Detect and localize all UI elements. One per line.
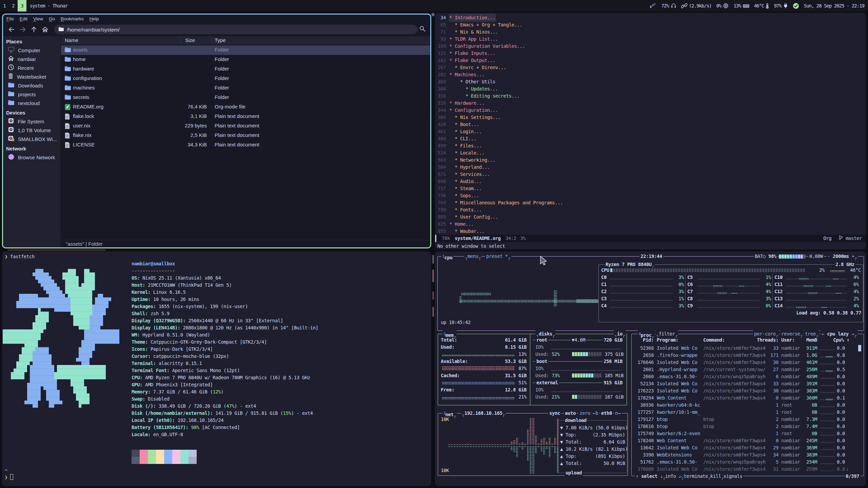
- sidebar-item-nextcloud[interactable]: nextcloud: [3, 99, 61, 107]
- menu-bookmarks[interactable]: Bookmarks: [61, 16, 84, 21]
- menu-edit[interactable]: Edit: [20, 16, 27, 21]
- file-row-configuration[interactable]: configurationFolder: [61, 74, 430, 83]
- text-file-icon: [64, 113, 70, 121]
- search-button[interactable]: [419, 25, 426, 33]
- sidebar-item-file-system[interactable]: File System: [3, 117, 61, 126]
- mem-row-percent: 87%: [435, 365, 527, 372]
- drive-icon: [8, 118, 14, 125]
- file-row-user-nix[interactable]: user.nix229 bytesPlain text document: [61, 121, 430, 131]
- modeline-percent: 3%: [520, 235, 526, 242]
- net-download-column: [500, 444, 502, 445]
- file-row-hardware[interactable]: hardwareFolder: [61, 64, 430, 74]
- sidebar-item-smallbox-wi-[interactable]: SMALLBOX Wi...: [3, 135, 61, 143]
- up-button[interactable]: [29, 25, 38, 34]
- org-heading-text: * Files...: [455, 142, 482, 149]
- emacs-window: 34* Introduction...65* Emacs + Org + Tan…: [435, 13, 866, 249]
- waybar-module-network[interactable]: (2.9kb/s): [681, 3, 712, 8]
- net-upload-column: [448, 446, 450, 447]
- menu-help[interactable]: Help: [90, 16, 99, 21]
- core-percent: 3%: [582, 302, 684, 309]
- file-row-assets[interactable]: assetsFolder: [61, 45, 430, 55]
- update-interval[interactable]: - 2000ms +┌: [826, 253, 858, 260]
- waybar-module-idle-inhibitor[interactable]: zzz: [650, 3, 656, 9]
- home-icon: [8, 56, 14, 63]
- menu-go[interactable]: Go: [49, 16, 55, 21]
- mem-row-percent: 51%: [435, 379, 527, 386]
- proc-scrollbar-thumb[interactable]: [858, 345, 861, 351]
- net-upload-column: [486, 446, 488, 447]
- org-heading-text: * Hardware...: [449, 100, 485, 107]
- cpu-history-graph: [461, 292, 491, 296]
- cpu-panel-title[interactable]: 1cpu: [441, 253, 454, 261]
- svg-text:z: z: [650, 4, 652, 9]
- net-download-column: [516, 438, 518, 445]
- waybar-module-volume[interactable]: 72%: [661, 3, 676, 8]
- proc-header-cpu: Cpu% ↑: [748, 337, 849, 344]
- proc-footer-actions[interactable]: ↑ select ↓┌info ↵┌terminate┌kill┌signals: [635, 473, 743, 480]
- org-heading-line: 93* TLDR App List...: [435, 36, 498, 43]
- menu-view[interactable]: View: [33, 16, 43, 21]
- shell-prompt-cursor[interactable]: ❯: [5, 474, 13, 481]
- net-upload-column: [500, 446, 502, 447]
- proc-pid: 178294: [552, 394, 654, 402]
- waybar-module-clock[interactable]: Sun, 28 Sep 2025 - 22:19: [804, 3, 864, 8]
- file-row-flake-nix[interactable]: flake.nix2,5 KiBPlain text document: [61, 131, 430, 140]
- column-name[interactable]: Name: [65, 37, 78, 43]
- file-type: Plain text document: [215, 132, 259, 138]
- file-row-flake-lock[interactable]: flake.lock3,1 KiBPlain text document: [61, 112, 430, 121]
- waybar-module-battery[interactable]: 97%: [774, 3, 788, 8]
- file-row-secrets[interactable]: secretsFolder: [61, 93, 430, 102]
- file-size: 3,1 KiB: [142, 113, 207, 119]
- net-upload-column: [508, 446, 510, 447]
- sidebar-item-downloads[interactable]: Downloads: [3, 81, 61, 90]
- core-percent: 3%: [669, 295, 771, 302]
- net-scale-top: 10K: [441, 416, 449, 423]
- column-size[interactable]: Size: [185, 37, 195, 43]
- btop-clock: 22:19:44: [639, 253, 663, 260]
- line-number: 282: [435, 71, 446, 78]
- file-row-machines[interactable]: machinesFolder: [61, 83, 430, 93]
- sidebar-item-1-0-tb-volume[interactable]: 1,0 TB Volume: [3, 126, 61, 135]
- file-row-readme-org[interactable]: README.org76,4 KiBOrg-mode file: [61, 102, 430, 112]
- core-percent: 4%: [669, 288, 771, 295]
- waybar-module-cpu[interactable]: 0%: [716, 3, 729, 8]
- column-separator: [181, 37, 181, 44]
- sidebar-item-nambiar[interactable]: nambiar: [3, 55, 61, 63]
- net-upload-column: [511, 446, 513, 451]
- net-upload-column: [478, 446, 480, 447]
- cpu-preset-button[interactable]: preset *┌: [485, 253, 511, 260]
- workspace-1[interactable]: 1: [0, 0, 9, 12]
- net-upload-column: [513, 446, 515, 452]
- sidebar-item-recent[interactable]: Recent: [3, 63, 61, 72]
- waybar-module-memory[interactable]: 13%: [733, 3, 749, 8]
- fastfetch-info-row: Display (Q3279WG5B): 868x488 @ 60 Hz i…: [132, 317, 283, 324]
- org-heading-line: 717* Steam...: [435, 185, 482, 192]
- sidebar-item-projects[interactable]: projects: [3, 90, 61, 99]
- file-row-license[interactable]: LICENSE34,3 KiBPlain text document: [61, 140, 430, 150]
- proc-cpu: 0.0: [743, 387, 845, 394]
- waybar-module-temperature[interactable]: 46°C: [754, 3, 769, 9]
- sidebar-item-computer[interactable]: Computer: [3, 46, 61, 55]
- column-type[interactable]: Type: [215, 37, 226, 43]
- fastfetch-info-row: Kernel: Linux 6.16.5: [132, 289, 186, 296]
- file-row-home[interactable]: homeFolder: [61, 55, 430, 64]
- sidebar-item-browse-network[interactable]: Browse Network: [3, 153, 61, 162]
- mem-row-value: 61.4 GiB: [435, 337, 527, 344]
- menu-file[interactable]: File: [6, 16, 14, 21]
- back-button[interactable]: [7, 25, 16, 34]
- folder-icon: [8, 100, 15, 106]
- workspace-3[interactable]: 3: [18, 0, 26, 12]
- fastfetch-info-row: Local IP (eth0): 192.168.10.165/24: [132, 417, 223, 424]
- waybar-module-systemd-status[interactable]: [793, 3, 799, 9]
- folder-icon: [64, 85, 71, 92]
- net-download-column: [524, 444, 526, 445]
- sidebar-item-wastebasket[interactable]: Wastebasket: [3, 72, 61, 81]
- path-bar[interactable]: /home/nambiar/system/: [54, 25, 418, 34]
- line-number: 65: [435, 21, 446, 28]
- org-heading-line: 316* Hardware...: [435, 100, 485, 107]
- workspace-2[interactable]: 2: [9, 0, 18, 12]
- net-download-column: [494, 444, 496, 445]
- home-button[interactable]: [41, 25, 50, 34]
- cpu-menu-button[interactable]: ┐menu┌: [464, 253, 481, 260]
- forward-button[interactable]: [18, 25, 27, 34]
